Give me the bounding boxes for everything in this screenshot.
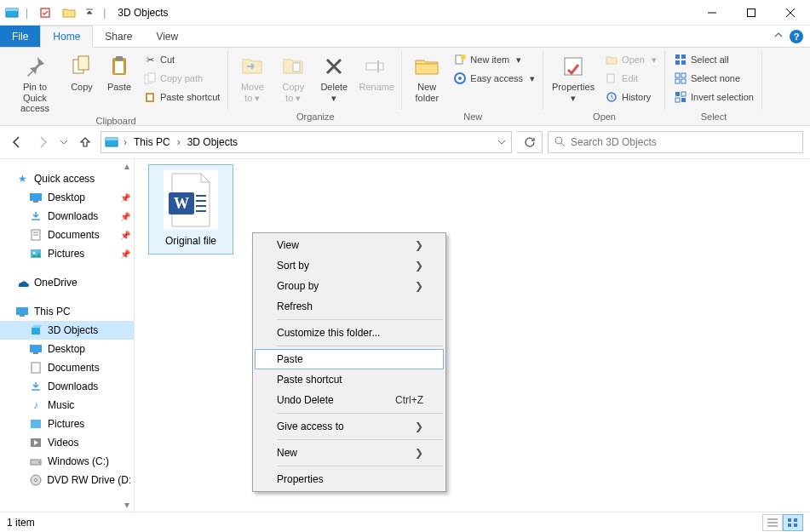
refresh-button[interactable] [517,131,543,153]
move-to-button[interactable]: Move to ▾ [233,51,271,105]
cm-new[interactable]: New ❯ [255,443,444,463]
nav-forward-button[interactable] [32,132,53,152]
tab-view[interactable]: View [144,26,190,47]
chevron-right-icon[interactable]: › [122,136,129,148]
new-folder-button[interactable]: New folder [407,51,446,105]
close-button[interactable] [771,0,810,26]
tree-desktop[interactable]: Desktop 📌 [0,188,134,207]
delete-button[interactable]: Delete ▾ [315,51,353,105]
ribbon-collapse-icon[interactable] [774,31,783,43]
tree-quick-access[interactable]: ★ Quick access [0,169,134,188]
file-list[interactable]: W Original file [135,159,810,512]
svg-rect-34 [675,79,680,83]
cm-refresh[interactable]: Refresh [255,296,444,317]
history-button[interactable]: History [601,89,660,106]
qat-customize-icon[interactable] [83,3,95,22]
window-title: 3D Objects [112,7,168,19]
invert-selection-button[interactable]: Invert selection [670,89,757,106]
qat-new-folder-icon[interactable] [60,3,78,22]
rename-button[interactable]: Rename [356,51,397,94]
desktop-icon [29,191,43,204]
cm-paste[interactable]: Paste [255,349,444,369]
tree-pictures[interactable]: Pictures 📌 [0,244,134,263]
tree-dvd-drive[interactable]: DVD RW Drive (D:) [0,471,134,489]
breadcrumb-segment[interactable]: 3D Objects [182,132,243,152]
paste-button[interactable]: Paste [102,51,136,94]
svg-rect-75 [788,523,791,527]
svg-rect-8 [78,56,89,70]
tree-pc-pictures[interactable]: Pictures [0,415,134,433]
tab-home[interactable]: Home [40,26,93,48]
open-button[interactable]: Open▾ [601,51,660,68]
tree-videos[interactable]: Videos [0,433,134,452]
cm-view[interactable]: View ❯ [255,235,444,255]
easy-access-button[interactable]: Easy access▾ [450,70,538,87]
paste-shortcut-button[interactable]: Paste shortcut [140,89,223,106]
copy-to-button[interactable]: Copy to ▾ [274,51,312,105]
cut-button[interactable]: ✂ Cut [140,51,223,68]
scroll-up-icon[interactable]: ▴ [120,159,134,173]
tree-downloads[interactable]: Downloads 📌 [0,207,134,226]
svg-rect-29 [681,54,686,59]
svg-rect-76 [794,523,797,527]
svg-line-43 [561,143,565,146]
separator [277,413,443,414]
svg-rect-51 [16,307,28,315]
maximize-button[interactable] [732,0,771,26]
search-placeholder: Search 3D Objects [571,136,657,148]
cm-group-by[interactable]: Group by ❯ [255,276,444,296]
edit-button[interactable]: Edit [601,70,660,87]
svg-point-42 [555,137,562,144]
nav-up-button[interactable] [75,132,95,152]
copy-path-button[interactable]: Copy path [140,70,223,87]
tree-3d-objects[interactable]: 3D Objects [0,321,134,340]
cm-customize[interactable]: Customize this folder... [255,323,444,343]
3d-objects-icon [29,323,43,337]
tab-file[interactable]: File [0,26,40,47]
tree-pc-downloads[interactable]: Downloads [0,377,134,396]
pin-icon: 📌 [120,231,130,240]
breadcrumb[interactable]: › This PC › 3D Objects [101,131,512,153]
tree-windows-c[interactable]: Windows (C:) [0,452,134,471]
pin-to-quick-access-button[interactable]: Pin to Quick access [9,51,61,116]
tree-documents[interactable]: Documents 📌 [0,226,134,244]
breadcrumb-dropdown[interactable] [492,138,511,146]
new-item-button[interactable]: New item▾ [450,51,538,68]
properties-button[interactable]: Properties ▾ [549,51,598,105]
status-bar: 1 item [0,512,810,532]
search-input[interactable]: Search 3D Objects [548,131,803,153]
search-icon [554,135,566,150]
ribbon-group-organize: Move to ▾ Copy to ▾ Delete ▾ Rename [228,48,402,125]
cm-sort-by[interactable]: Sort by ❯ [255,255,444,276]
details-view-button[interactable] [762,514,783,531]
svg-point-50 [33,252,36,255]
cm-give-access-to[interactable]: Give access to ❯ [255,416,444,437]
select-all-button[interactable]: Select all [670,51,757,68]
properties-icon [560,53,587,80]
submenu-arrow-icon: ❯ [415,447,423,459]
nav-back-button[interactable] [7,132,27,152]
tab-share[interactable]: Share [93,26,144,47]
file-item[interactable]: W Original file [148,164,233,255]
cm-paste-shortcut[interactable]: Paste shortcut [255,369,444,390]
tree-pc-documents[interactable]: Documents [0,358,134,377]
cm-properties[interactable]: Properties [255,469,444,489]
svg-rect-31 [681,60,686,65]
icons-view-button[interactable] [783,514,803,531]
cm-undo-delete[interactable]: Undo Delete Ctrl+Z [255,390,444,410]
tree-onedrive[interactable]: OneDrive [0,273,134,292]
select-none-button[interactable]: Select none [670,70,757,87]
minimize-button[interactable] [692,0,732,26]
tree-this-pc[interactable]: This PC [0,302,134,321]
chevron-right-icon[interactable]: › [175,136,182,148]
pc-icon [15,305,29,318]
new-item-icon [453,53,467,66]
tree-music[interactable]: ♪ Music [0,396,134,415]
help-button[interactable]: ? [790,30,803,43]
breadcrumb-segment[interactable]: This PC [129,132,175,152]
qat-properties-icon[interactable] [36,3,55,22]
tree-pc-desktop[interactable]: Desktop [0,340,134,358]
scroll-down-icon[interactable]: ▾ [120,498,134,512]
copy-button[interactable]: Copy [65,51,99,94]
nav-recent-dropdown[interactable] [58,132,70,152]
